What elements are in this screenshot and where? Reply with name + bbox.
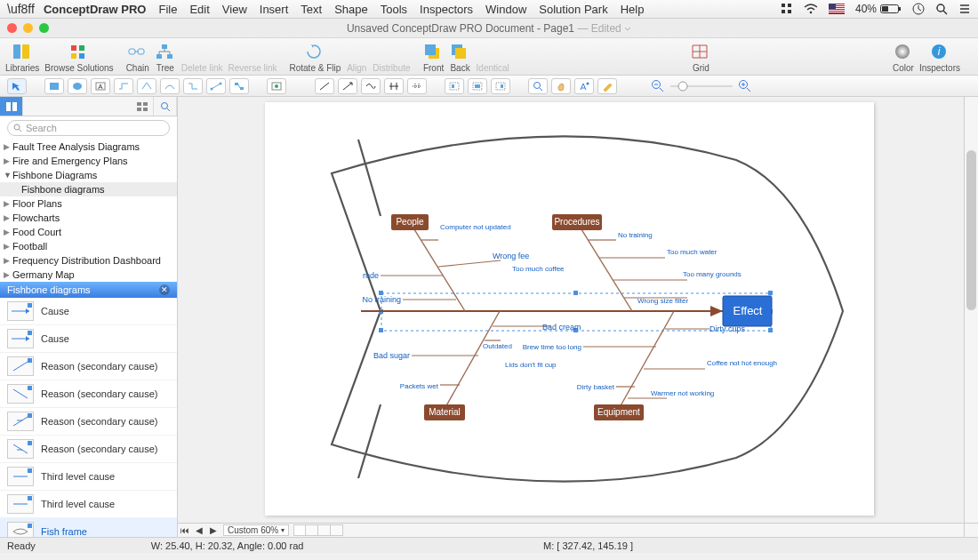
spotlight-icon[interactable]: [935, 3, 948, 15]
tree-item[interactable]: ▶Food Court: [0, 225, 177, 239]
menu-text[interactable]: Text: [301, 3, 322, 16]
scroll-prev-icon[interactable]: ◀: [192, 525, 206, 535]
tool-format-icon[interactable]: [574, 78, 594, 94]
tool-hand-icon[interactable]: [551, 78, 571, 94]
zoom-in-icon[interactable]: [738, 79, 752, 93]
tool-connector2-icon[interactable]: [137, 78, 156, 94]
library-header[interactable]: Fishbone diagrams ✕: [0, 282, 177, 298]
tool-connector3-icon[interactable]: [160, 78, 180, 94]
library-close-icon[interactable]: ✕: [159, 284, 170, 295]
library-item[interactable]: Fish frame: [0, 518, 177, 537]
inspectors-button[interactable]: iInspectors: [919, 42, 960, 73]
tree-item[interactable]: ▶Floor Plans: [0, 196, 177, 211]
tree-item[interactable]: ▶Germany Map: [0, 268, 177, 282]
menu-shape[interactable]: Shape: [334, 3, 368, 16]
svg-point-59: [587, 82, 589, 84]
svg-text:No training: No training: [362, 295, 401, 304]
apple-menu-icon[interactable]: \uf8ff: [7, 2, 35, 16]
page-tabs[interactable]: [293, 524, 343, 536]
app-name[interactable]: ConceptDraw PRO: [44, 3, 147, 16]
zoom-slider[interactable]: [651, 79, 752, 93]
tree-item[interactable]: ▶Fire and Emergency Plans: [0, 154, 177, 168]
tool-connector5-icon[interactable]: [206, 78, 226, 94]
library-item[interactable]: Cause: [0, 298, 177, 325]
reverse-link-button: Reverse link: [228, 42, 277, 73]
chain-button[interactable]: Chain: [126, 42, 149, 73]
tree-item[interactable]: Fishbone diagrams: [0, 182, 177, 196]
library-item[interactable]: Reason (secondary cause): [0, 380, 177, 408]
front-button[interactable]: Front: [423, 42, 445, 73]
library-item[interactable]: Reason (secondary cause): [0, 408, 177, 436]
menu-tools[interactable]: Tools: [381, 3, 407, 16]
rotate-flip-button[interactable]: Rotate & Flip: [290, 42, 341, 73]
tree-item[interactable]: ▶Football: [0, 239, 177, 253]
vertical-scrollbar[interactable]: [964, 97, 978, 523]
menu-help[interactable]: Help: [621, 3, 645, 16]
tool-group3-icon[interactable]: [491, 78, 510, 94]
tool-group1-icon[interactable]: [445, 78, 464, 94]
wifi-icon[interactable]: [804, 4, 818, 14]
search-input[interactable]: Search: [7, 120, 170, 136]
svg-rect-31: [156, 54, 162, 59]
clock-icon[interactable]: [912, 3, 925, 15]
tree-item[interactable]: ▶Fault Tree Analysis Diagrams: [0, 140, 177, 154]
tree-item[interactable]: ▶Flowcharts: [0, 211, 177, 225]
tool-connector4-icon[interactable]: [183, 78, 203, 94]
svg-text:Too many grounds: Too many grounds: [683, 270, 742, 278]
tree-button[interactable]: Tree: [155, 42, 176, 73]
flag-icon[interactable]: [829, 4, 845, 14]
tool-zoom-icon[interactable]: [528, 78, 548, 94]
canvas[interactable]: Effect People Procedures Material Equipm…: [265, 102, 874, 516]
menu-window[interactable]: Window: [485, 3, 526, 16]
zoom-out-icon[interactable]: [651, 79, 665, 93]
library-item[interactable]: Reason (secondary cause): [0, 353, 177, 380]
menu-insert[interactable]: Insert: [260, 3, 289, 16]
tool-line2-icon[interactable]: [338, 78, 357, 94]
tool-rect-icon[interactable]: [44, 78, 64, 94]
color-button[interactable]: Color: [893, 42, 914, 73]
sidebar-search-icon[interactable]: [154, 97, 177, 116]
tool-pen-icon[interactable]: [597, 78, 617, 94]
menu-edit[interactable]: Edit: [189, 3, 209, 16]
tool-connector6-icon[interactable]: [229, 78, 249, 94]
menu-file[interactable]: File: [158, 3, 177, 16]
notifications-icon[interactable]: [958, 3, 971, 15]
tool-line1-icon[interactable]: [315, 78, 334, 94]
tree-item[interactable]: ▶Frequency Distribution Dashboard: [0, 253, 177, 268]
zoom-track[interactable]: [670, 81, 733, 92]
svg-text:Brew time too long: Brew time too long: [523, 343, 581, 351]
back-button[interactable]: Back: [450, 42, 471, 73]
battery-status[interactable]: 40%: [855, 3, 902, 15]
library-item[interactable]: Third level cause: [0, 491, 177, 518]
tool-line5-icon[interactable]: [407, 78, 427, 94]
menu-view[interactable]: View: [222, 3, 247, 16]
scroll-next-icon[interactable]: ▶: [206, 525, 220, 535]
tool-text-icon[interactable]: A: [91, 78, 110, 94]
sidebar-tab-libraries[interactable]: [0, 97, 23, 116]
libraries-button[interactable]: Libraries: [5, 42, 39, 73]
tool-arrow-icon[interactable]: [7, 78, 27, 94]
tree-item[interactable]: ▼Fishbone Diagrams: [0, 168, 177, 182]
library-item[interactable]: Reason (secondary cause): [0, 436, 177, 463]
canvas-area[interactable]: Effect People Procedures Material Equipm…: [178, 97, 978, 537]
menu-inspectors[interactable]: Inspectors: [420, 3, 473, 16]
svg-rect-22: [22, 44, 29, 59]
tool-group2-icon[interactable]: [468, 78, 487, 94]
horizontal-scrollbar[interactable]: ⏮ ◀ ▶ Custom 60% ▾: [178, 523, 964, 537]
menu-solution-park[interactable]: Solution Park: [539, 3, 607, 16]
tool-connector1-icon[interactable]: [114, 78, 133, 94]
browse-solutions-button[interactable]: Browse Solutions: [44, 42, 113, 73]
traffic-lights[interactable]: [7, 23, 49, 33]
library-item[interactable]: Third level cause: [0, 463, 177, 491]
status-grid-icon[interactable]: [781, 3, 793, 15]
grid-button[interactable]: Grid: [690, 42, 711, 73]
zoom-dropdown[interactable]: Custom 60% ▾: [223, 524, 289, 536]
tool-line4-icon[interactable]: [384, 78, 404, 94]
tool-line3-icon[interactable]: [361, 78, 381, 94]
library-item[interactable]: Cause: [0, 325, 177, 353]
sidebar: Search ▶Fault Tree Analysis Diagrams ▶Fi…: [0, 97, 178, 537]
tool-ellipse-icon[interactable]: [68, 78, 87, 94]
sidebar-view-grid[interactable]: [131, 97, 154, 116]
scroll-first-icon[interactable]: ⏮: [178, 525, 192, 535]
tool-insert-icon[interactable]: [267, 78, 286, 94]
